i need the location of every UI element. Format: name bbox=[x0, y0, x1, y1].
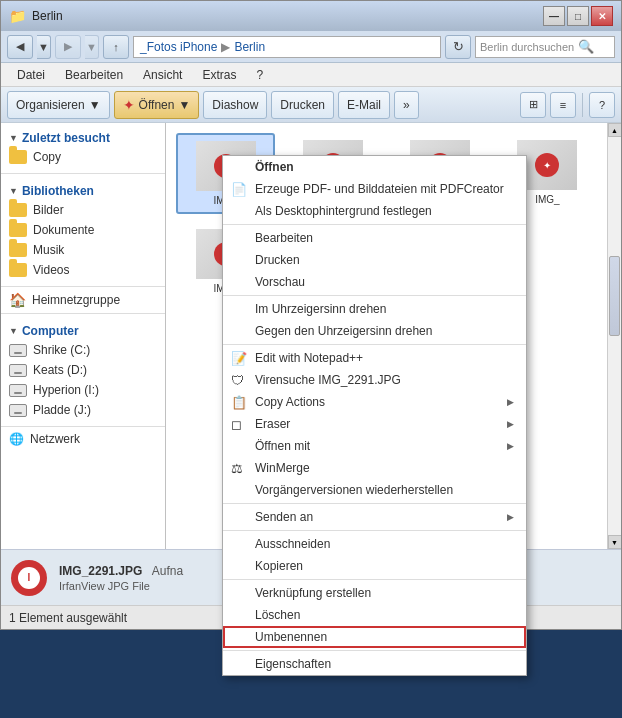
path-root[interactable]: _Fotos iPhone bbox=[140, 40, 217, 54]
address-path[interactable]: _Fotos iPhone ▶ Berlin bbox=[133, 36, 441, 58]
ctx-umbenennen[interactable]: Umbenennen bbox=[223, 626, 526, 648]
more-button[interactable]: » bbox=[394, 91, 419, 119]
copy-label: Copy bbox=[33, 150, 61, 164]
organize-dropdown-icon: ▼ bbox=[89, 98, 101, 112]
up-button[interactable]: ↑ bbox=[103, 35, 129, 59]
organize-button[interactable]: Organisieren ▼ bbox=[7, 91, 110, 119]
sidebar-divider-1 bbox=[1, 173, 165, 174]
ctx-prev-versions[interactable]: Vorgängerversionen wiederherstellen bbox=[223, 479, 526, 501]
ctx-set-wallpaper[interactable]: Als Desktophintergrund festlegen bbox=[223, 200, 526, 222]
path-current[interactable]: Berlin bbox=[234, 40, 265, 54]
ctx-send-to-label: Senden an bbox=[255, 510, 313, 524]
scroll-up-arrow[interactable]: ▲ bbox=[608, 123, 622, 137]
open-icon: ✦ bbox=[123, 97, 135, 113]
ctx-eigenschaften[interactable]: Eigenschaften bbox=[223, 653, 526, 675]
view-list-button[interactable]: ≡ bbox=[550, 92, 576, 118]
sidebar-item-documents[interactable]: Dokumente bbox=[1, 220, 165, 240]
ctx-oeffnen[interactable]: Öffnen bbox=[223, 156, 526, 178]
toolbar-separator bbox=[582, 93, 583, 117]
preview-text: IMG_2291.JPG Aufna IrfanView JPG File bbox=[59, 564, 183, 592]
docs-folder-icon bbox=[9, 223, 27, 237]
images-label: Bilder bbox=[33, 203, 64, 217]
ctx-ausschneiden[interactable]: Ausschneiden bbox=[223, 533, 526, 555]
ctx-sep-3 bbox=[223, 344, 526, 345]
ctx-oeffnen-mit-label: Öffnen mit bbox=[255, 439, 310, 453]
ctx-sep-6 bbox=[223, 579, 526, 580]
ctx-loeschen[interactable]: Löschen bbox=[223, 604, 526, 626]
window-title: Berlin bbox=[32, 9, 63, 23]
back-button[interactable]: ◀ bbox=[7, 35, 33, 59]
ctx-sep-1 bbox=[223, 224, 526, 225]
refresh-button[interactable]: ↻ bbox=[445, 35, 471, 59]
help-icon: ? bbox=[599, 99, 605, 111]
search-box[interactable]: Berlin durchsuchen 🔍 bbox=[475, 36, 615, 58]
scroll-down-arrow[interactable]: ▼ bbox=[608, 535, 622, 549]
ctx-oeffnen-label: Öffnen bbox=[255, 160, 294, 174]
sidebar-item-music[interactable]: Musik bbox=[1, 240, 165, 260]
ctx-copy-actions[interactable]: 📋 Copy Actions ▶ bbox=[223, 391, 526, 413]
ctx-drucken[interactable]: Drucken bbox=[223, 249, 526, 271]
ctx-rotate-cw[interactable]: Im Uhrzeigersinn drehen bbox=[223, 298, 526, 320]
sidebar-item-drive-c[interactable]: Shrike (C:) bbox=[1, 340, 165, 360]
ctx-winmerge-label: WinMerge bbox=[255, 461, 310, 475]
ctx-virus[interactable]: 🛡 Virensuche IMG_2291.JPG bbox=[223, 369, 526, 391]
thumb-icon-3: ✦ bbox=[535, 153, 559, 177]
sidebar-item-drive-d[interactable]: Keats (D:) bbox=[1, 360, 165, 380]
sidebar-recent-header[interactable]: ▼ Zuletzt besucht bbox=[1, 127, 165, 147]
ctx-verknuepfung[interactable]: Verknüpfung erstellen bbox=[223, 582, 526, 604]
ctx-create-pdf[interactable]: 📄 Erzeuge PDF- und Bilddateien mit PDFCr… bbox=[223, 178, 526, 200]
menu-bar: Datei Bearbeiten Ansicht Extras ? bbox=[1, 63, 621, 87]
ctx-winmerge[interactable]: ⚖ WinMerge bbox=[223, 457, 526, 479]
ctx-kopieren[interactable]: Kopieren bbox=[223, 555, 526, 577]
forward-button[interactable]: ▶ bbox=[55, 35, 81, 59]
slideshow-button[interactable]: Diashow bbox=[203, 91, 267, 119]
scrollbar-vertical[interactable]: ▲ ▼ bbox=[607, 123, 621, 549]
ctx-eraser-label: Eraser bbox=[255, 417, 290, 431]
expand-libs-icon: ▼ bbox=[9, 186, 18, 196]
sidebar-item-copy[interactable]: Copy bbox=[1, 147, 165, 167]
sidebar-item-network[interactable]: 🌐 Netzwerk bbox=[1, 429, 165, 449]
sidebar-computer-header[interactable]: ▼ Computer bbox=[1, 320, 165, 340]
ctx-prev-versions-label: Vorgängerversionen wiederherstellen bbox=[255, 483, 453, 497]
ctx-virus-icon: 🛡 bbox=[231, 373, 244, 388]
forward-dropdown[interactable]: ▼ bbox=[85, 35, 99, 59]
menu-help[interactable]: ? bbox=[248, 66, 271, 84]
minimize-button[interactable]: — bbox=[543, 6, 565, 26]
music-folder-icon bbox=[9, 243, 27, 257]
ctx-oeffnen-mit[interactable]: Öffnen mit ▶ bbox=[223, 435, 526, 457]
ctx-bearbeiten-label: Bearbeiten bbox=[255, 231, 313, 245]
sidebar-item-videos[interactable]: Videos bbox=[1, 260, 165, 280]
print-button[interactable]: Drucken bbox=[271, 91, 334, 119]
ctx-pdf-icon: 📄 bbox=[231, 182, 247, 197]
ctx-vorschau[interactable]: Vorschau bbox=[223, 271, 526, 293]
sidebar-item-homegroup[interactable]: 🏠 Heimnetzgruppe bbox=[1, 289, 165, 311]
menu-ansicht[interactable]: Ansicht bbox=[135, 66, 190, 84]
help-button[interactable]: ? bbox=[589, 92, 615, 118]
menu-datei[interactable]: Datei bbox=[9, 66, 53, 84]
maximize-button[interactable]: □ bbox=[567, 6, 589, 26]
close-button[interactable]: ✕ bbox=[591, 6, 613, 26]
sidebar-libraries-header[interactable]: ▼ Bibliotheken bbox=[1, 180, 165, 200]
organize-label: Organisieren bbox=[16, 98, 85, 112]
sidebar-section-libraries: ▼ Bibliotheken Bilder Dokumente Musik bbox=[1, 176, 165, 284]
ctx-rotate-ccw[interactable]: Gegen den Uhrzeigersinn drehen bbox=[223, 320, 526, 342]
ctx-loeschen-label: Löschen bbox=[255, 608, 300, 622]
sidebar-item-drive-i[interactable]: Hyperion (I:) bbox=[1, 380, 165, 400]
ctx-bearbeiten[interactable]: Bearbeiten bbox=[223, 227, 526, 249]
sidebar-item-images[interactable]: Bilder bbox=[1, 200, 165, 220]
scroll-track[interactable] bbox=[608, 137, 621, 535]
ctx-send-to[interactable]: Senden an ▶ bbox=[223, 506, 526, 528]
ctx-eraser[interactable]: ◻ Eraser ▶ bbox=[223, 413, 526, 435]
email-button[interactable]: E-Mail bbox=[338, 91, 390, 119]
preview-meta: IrfanView JPG File bbox=[59, 580, 183, 592]
menu-bearbeiten[interactable]: Bearbeiten bbox=[57, 66, 131, 84]
sidebar-item-drive-j[interactable]: Pladde (J:) bbox=[1, 400, 165, 420]
back-dropdown[interactable]: ▼ bbox=[37, 35, 51, 59]
view-pane-button[interactable]: ⊞ bbox=[520, 92, 546, 118]
open-button[interactable]: ✦ Öffnen ▼ bbox=[114, 91, 200, 119]
ctx-notepad[interactable]: 📝 Edit with Notepad++ bbox=[223, 347, 526, 369]
menu-extras[interactable]: Extras bbox=[194, 66, 244, 84]
sidebar-divider-2 bbox=[1, 286, 165, 287]
ctx-verknuepfung-label: Verknüpfung erstellen bbox=[255, 586, 371, 600]
scroll-thumb[interactable] bbox=[609, 256, 620, 336]
